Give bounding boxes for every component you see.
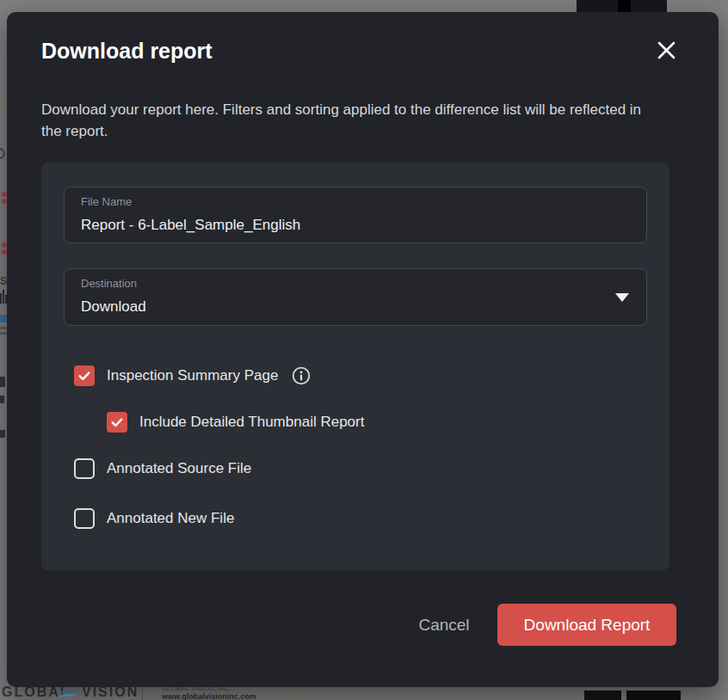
- background-text-row: [0, 327, 7, 329]
- info-icon: [292, 366, 311, 385]
- background-green-vline: [297, 688, 299, 700]
- file-name-field[interactable]: File Name: [64, 187, 647, 243]
- file-name-label: File Name: [81, 195, 132, 209]
- checkbox-label: Annotated New File: [107, 508, 234, 529]
- file-name-input[interactable]: [81, 214, 614, 236]
- background-dark-block: [584, 691, 621, 700]
- destination-select[interactable]: Destination Download: [64, 268, 647, 326]
- thumbnail-report-checkbox[interactable]: [107, 412, 127, 433]
- inspection-summary-checkbox[interactable]: [74, 365, 95, 386]
- checkbox-row-annotated-new: Annotated New File: [74, 508, 234, 529]
- dialog-description: Download your report here. Filters and s…: [41, 99, 664, 142]
- annotated-new-checkbox[interactable]: [74, 508, 95, 529]
- background-bar-artifact: [0, 293, 2, 304]
- background-bar-artifact: [3, 290, 4, 304]
- background-circle-artifact: [0, 148, 5, 159]
- close-button[interactable]: [654, 38, 678, 62]
- destination-label: Destination: [81, 277, 137, 291]
- checkbox-label: Include Detailed Thumbnail Report: [139, 412, 364, 433]
- screen: S GLOBAL VISION GLOBAL VISION, INC. www.…: [0, 0, 728, 700]
- background-text-row: [0, 332, 7, 335]
- annotated-source-checkbox[interactable]: [74, 458, 95, 479]
- dialog-title: Download report: [41, 38, 213, 64]
- checkmark-icon: [77, 368, 92, 384]
- background-green-line: [0, 97, 7, 99]
- background-glyph: [0, 430, 5, 438]
- checkbox-label: Inspection Summary Page: [107, 365, 278, 386]
- background-dark-toolbar-segment: [618, 0, 631, 12]
- background-divider: [142, 688, 143, 700]
- background-letter: S: [0, 275, 7, 287]
- background-dark-block: [626, 691, 681, 700]
- checkbox-label: Annotated Source File: [107, 458, 251, 479]
- globalvision-logo-swoosh-icon: [55, 689, 79, 699]
- checkmark-icon: [109, 414, 125, 430]
- caret-down-icon: [615, 293, 629, 302]
- background-glyph: [0, 377, 5, 387]
- options-panel: File Name Destination Download Inspectio…: [41, 163, 669, 570]
- info-button[interactable]: [292, 366, 311, 385]
- background-blue-bar: [0, 315, 7, 322]
- company-site-text: www.globalvisioninc.com: [162, 692, 299, 700]
- download-report-button[interactable]: Download Report: [497, 604, 676, 646]
- destination-value: Download: [81, 298, 146, 316]
- checkbox-row-thumbnail-report: Include Detailed Thumbnail Report: [107, 412, 364, 433]
- background-glyph: [0, 396, 4, 403]
- cancel-button[interactable]: Cancel: [401, 611, 487, 639]
- checkbox-row-annotated-source: Annotated Source File: [74, 458, 251, 479]
- checkbox-row-inspection-summary: Inspection Summary Page: [74, 365, 311, 386]
- close-icon: [657, 40, 676, 60]
- download-report-dialog: Download report Download your report her…: [7, 12, 719, 687]
